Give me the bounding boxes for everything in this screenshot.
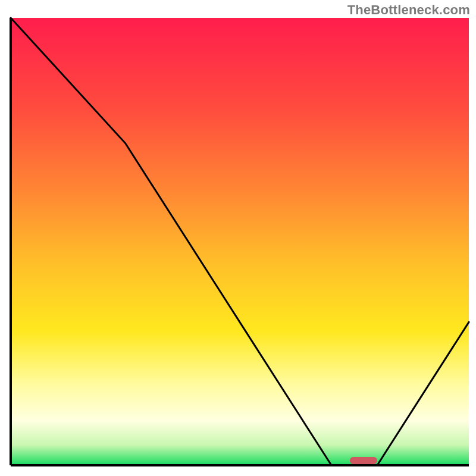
watermark-text: TheBottleneck.com (347, 2, 470, 18)
gradient-background (11, 18, 469, 465)
chart-frame: TheBottleneck.com (0, 0, 476, 476)
bottleneck-chart (0, 0, 476, 476)
optimal-marker (350, 457, 377, 464)
